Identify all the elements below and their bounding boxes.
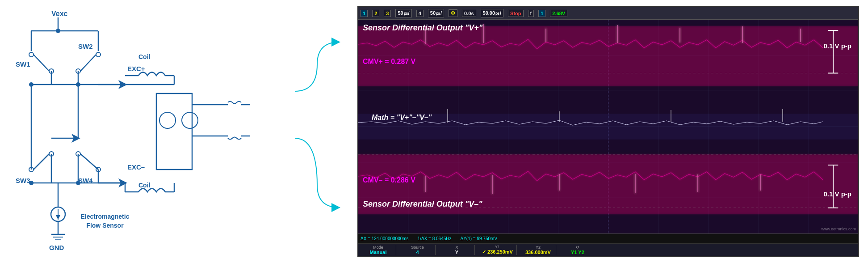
osc-cmv-minus: CMV– = 0.286 V xyxy=(363,176,415,184)
osc-mode-value[interactable]: Manual xyxy=(370,250,387,255)
osc-header: 1 2 3 50㎰/ 4 50㎰/ ⚙ 0.0s 50.00㎰/ Stop f … xyxy=(358,7,858,20)
connection-arrows xyxy=(290,6,344,257)
svg-point-3 xyxy=(56,29,60,33)
svg-point-45 xyxy=(29,181,34,185)
osc-source-cell: Source 4 xyxy=(400,245,436,255)
osc-action-value[interactable]: Y1 Y2 xyxy=(571,250,584,255)
watermark: www.eetronics.com xyxy=(821,227,856,231)
svg-point-5 xyxy=(29,52,34,57)
osc-mode-cell: Mode Manual xyxy=(361,245,396,255)
osc-math-label: Math = "V+"–"V–" xyxy=(372,114,432,122)
osc-cmv-plus: CMV+ = 0.287 V xyxy=(363,58,415,66)
svg-text:Coil: Coil xyxy=(138,182,150,189)
svg-text:Coil: Coil xyxy=(138,53,150,60)
osc-y2-value: 336.000mV xyxy=(525,250,551,255)
osc-footer: ΔX = 124.000000000ms 1/ΔX = 8.0645Hz ΔY(… xyxy=(358,233,858,256)
svg-text:EXC–: EXC– xyxy=(127,163,145,171)
osc-vpp-top: 0.1 V p-p xyxy=(823,42,851,50)
osc-x-cell: X Y xyxy=(439,245,475,255)
svg-line-41 xyxy=(80,154,98,170)
svg-text:SW3: SW3 xyxy=(16,177,30,184)
svg-text:Flow Sensor: Flow Sensor xyxy=(86,222,124,229)
osc-y1-label: Y1 xyxy=(495,245,500,249)
osc-stop[interactable]: Stop xyxy=(508,10,523,17)
svg-text:EXC+: EXC+ xyxy=(127,65,145,72)
svg-text:SW1: SW1 xyxy=(16,60,30,68)
osc-ch-num: 1 xyxy=(538,10,545,17)
svg-text:Vexc: Vexc xyxy=(51,10,68,17)
svg-rect-26 xyxy=(156,93,192,170)
svg-rect-84 xyxy=(358,26,858,86)
osc-y2-cell: Y2 336.000mV xyxy=(520,245,556,255)
inv-dx: 1/ΔX = 8.0645Hz xyxy=(418,236,452,241)
osc-mode-label: Mode xyxy=(373,245,383,250)
svg-line-6 xyxy=(34,55,49,71)
osc-action-cell[interactable]: ↺ Y1 Y2 xyxy=(560,245,595,255)
oscilloscope: 1 2 3 50㎰/ 4 50㎰/ ⚙ 0.0s 50.00㎰/ Stop f … xyxy=(357,6,859,257)
osc-settings-icon[interactable]: ⚙ xyxy=(449,9,457,17)
osc-y1-cell: Y1 ✓ 236.250mV xyxy=(478,245,517,255)
osc-x-value: Y xyxy=(455,250,458,255)
delta-y: ΔY(1) = 99.750mV xyxy=(461,236,498,241)
osc-voltage: 2.68V xyxy=(550,10,567,17)
osc-vpp-bottom: 0.1 V p-p xyxy=(823,190,851,198)
osc-ch3[interactable]: 3 xyxy=(384,10,391,17)
main-container: Vexc SW1 SW2 xyxy=(0,0,868,263)
svg-point-27 xyxy=(159,112,176,128)
osc-time: 0.0s xyxy=(462,10,476,17)
svg-text:Electromagnetic: Electromagnetic xyxy=(81,213,130,220)
osc-display: Sensor Differential Output "V+" CMV+ = 0… xyxy=(358,20,858,233)
osc-footer-controls: Mode Manual Source 4 X Y Y1 ✓ xyxy=(358,244,858,256)
osc-label-bottom: Sensor Differential Output "V–" xyxy=(363,199,482,209)
delta-x: ΔX = 124.000000000ms xyxy=(361,236,409,241)
osc-y2-label: Y2 xyxy=(536,245,541,250)
osc-label-top: Sensor Differential Output "V+" xyxy=(363,23,482,33)
osc-y1-value: ✓ 236.250mV xyxy=(482,249,513,255)
circuit-diagram: Vexc SW1 SW2 xyxy=(9,6,277,257)
svg-text:GND: GND xyxy=(49,244,64,251)
osc-check-icon: ✓ xyxy=(482,249,486,255)
svg-marker-60 xyxy=(56,215,60,220)
osc-time-div: 50.00㎰/ xyxy=(481,9,504,17)
osc-ch2[interactable]: 2 xyxy=(372,10,379,17)
svg-line-11 xyxy=(80,55,96,71)
osc-timebase1: 50㎰/ xyxy=(395,9,411,17)
osc-tb3: 50㎰/ xyxy=(428,9,444,17)
osc-source-value[interactable]: 4 xyxy=(416,250,419,255)
svg-point-28 xyxy=(182,112,198,128)
osc-footer-measurements: ΔX = 124.000000000ms 1/ΔX = 8.0645Hz ΔY(… xyxy=(358,234,858,244)
osc-x-label: X xyxy=(455,245,458,250)
osc-f: f xyxy=(528,10,534,17)
svg-line-37 xyxy=(34,154,49,170)
osc-action-icon: ↺ xyxy=(576,245,579,250)
svg-text:SW2: SW2 xyxy=(78,42,93,50)
osc-ch1[interactable]: 1 xyxy=(361,10,368,17)
svg-point-10 xyxy=(96,52,101,57)
osc-tb2: 4 xyxy=(416,10,424,17)
svg-rect-92 xyxy=(358,114,858,139)
osc-source-label: Source xyxy=(411,245,424,250)
svg-point-48 xyxy=(76,181,80,185)
